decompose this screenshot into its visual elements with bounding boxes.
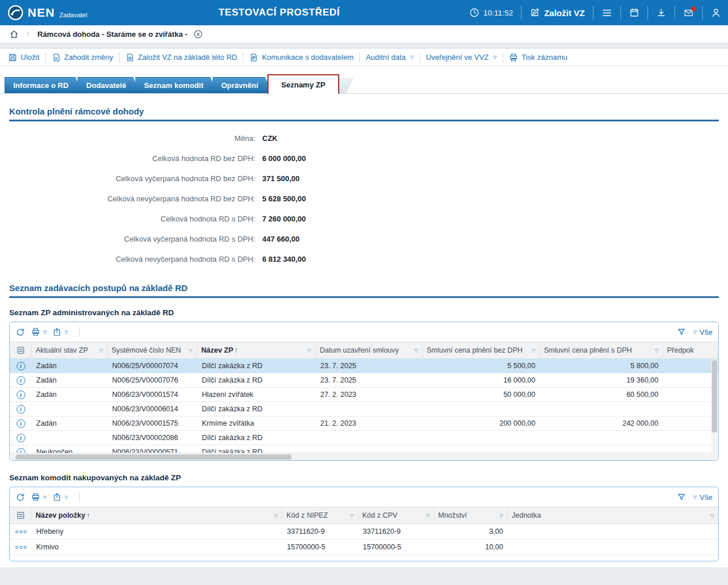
tab-opravneni[interactable]: Oprávnění	[213, 77, 273, 93]
column-filter-icon[interactable]: ▽	[274, 513, 278, 518]
column-filter-icon[interactable]: ▽	[189, 348, 193, 353]
column-chooser-button[interactable]	[10, 507, 32, 523]
cell-nazev: Dílčí zakázka z RD	[197, 448, 316, 453]
refresh-button[interactable]	[16, 327, 25, 337]
print-table-button[interactable]: ▽	[31, 492, 47, 502]
row-actions-icon[interactable]	[16, 546, 26, 549]
chevron-right-icon	[25, 30, 32, 37]
column-header-predpokladana[interactable]: Předpok	[663, 342, 719, 358]
export-button[interactable]: ▽	[52, 492, 68, 502]
profile-button[interactable]	[711, 7, 721, 18]
save-button[interactable]: Uložit	[8, 53, 40, 62]
kom-table-toolbar: ▽ ▽ ▽ Vše	[10, 487, 718, 507]
discard-changes-button[interactable]: Zahodit změny	[52, 53, 113, 62]
column-filter-icon[interactable]: ▽	[350, 513, 354, 518]
column-header-jednotka[interactable]: Jednotka ▽	[508, 507, 718, 523]
clock: 10:11:52	[469, 7, 514, 18]
create-vz-from-rd-button[interactable]: Založit VZ na základě této RD	[125, 53, 237, 62]
print-table-button[interactable]: ▽	[31, 327, 47, 337]
column-filter-icon[interactable]: ▽	[655, 348, 658, 353]
column-chooser-button[interactable]	[10, 342, 32, 358]
column-label: Množství	[438, 511, 467, 519]
info-icon[interactable]	[17, 391, 25, 399]
sort-ascending-icon: ↑	[235, 346, 238, 354]
column-filter-icon[interactable]: ▽	[711, 513, 714, 518]
column-header-mnozstvi[interactable]: Množství ▽	[434, 507, 508, 523]
column-header-cena-s-dph[interactable]: Smluvní cena plnění s DPH ▽	[540, 342, 663, 358]
horizontal-scrollbar[interactable]	[10, 453, 718, 460]
info-icon[interactable]	[17, 405, 25, 414]
column-header-nazev-zp[interactable]: Název ZP ↑ ▽	[197, 342, 316, 358]
supplier-communication-button[interactable]: Komunikace s dodavatelem	[249, 53, 354, 62]
filter-all-dropdown[interactable]: ▽ Vše	[692, 328, 712, 337]
print-record-button[interactable]: Tisk záznamu	[509, 53, 568, 62]
menu-button[interactable]	[601, 7, 612, 18]
info-icon[interactable]	[17, 419, 25, 428]
cell-stav: Zadán	[32, 419, 108, 427]
column-filter-icon[interactable]: ▽	[415, 348, 418, 353]
field-label: Celková nevyčerpaná hodnota RD bez DPH:	[9, 194, 255, 203]
table-row[interactable]: N006/23/V00002086 Dílčí zakázka z RD	[10, 431, 718, 445]
info-icon[interactable]	[17, 362, 25, 370]
toolbar-separator	[420, 52, 420, 63]
home-icon[interactable]	[9, 29, 19, 39]
column-header-stav[interactable]: Aktuální stav ZP ▽	[32, 342, 108, 358]
filter-funnel-icon[interactable]	[677, 327, 686, 337]
column-header-datum[interactable]: Datum uzavření smlouvy ▽	[316, 342, 423, 358]
section-rule	[9, 296, 719, 298]
column-header-cpv[interactable]: Kód z CPV ▽	[358, 507, 434, 523]
table-row[interactable]: Zadán N006/25/V00007076 Dílčí zakázka z …	[10, 373, 718, 388]
calendar-button[interactable]	[629, 7, 639, 18]
table-row[interactable]: Zadán N006/23/V00001575 Krmíme zvířátka …	[10, 416, 718, 431]
audit-data-button[interactable]: Auditní data ▽	[366, 53, 414, 62]
field-value: 5 628 500,00	[262, 194, 306, 203]
field-label: Celková nevyčerpaná hodnota RD s DPH:	[9, 255, 255, 263]
publish-vvz-button[interactable]: Uveřejnění ve VVZ ▽	[426, 53, 497, 62]
tab-dodavatele[interactable]: Dodavatelé	[78, 77, 140, 93]
cell-nipez: 15700000-5	[282, 543, 358, 551]
column-header-cena-bez-dph[interactable]: Smluvní cena plnění bez DPH ▽	[423, 342, 540, 358]
table-row[interactable]: Hřebeny 33711620-9 33711620-9 3,00	[10, 524, 718, 540]
tab-seznam-komodit[interactable]: Seznam komodit	[135, 77, 217, 93]
row-actions-icon[interactable]	[16, 530, 26, 533]
info-icon[interactable]	[17, 448, 25, 453]
column-header-nazev-polozky[interactable]: Název položky ↑ ▽	[32, 507, 282, 523]
cell-datum: 23. 7. 2025	[316, 362, 423, 370]
zp-table-panel: ▽ ▽ ▽ Vše	[9, 322, 719, 461]
column-filter-icon[interactable]: ▽	[500, 513, 503, 518]
filter-all-dropdown[interactable]: ▽ Vše	[692, 493, 712, 502]
downloads-button[interactable]	[656, 7, 666, 18]
create-vz-button[interactable]: Založit VZ	[530, 7, 585, 18]
vertical-scrollbar[interactable]	[711, 360, 718, 452]
nen-logo[interactable]: NEN Zadavatel	[7, 4, 87, 21]
kom-table-title: Seznam komodit nakupovaných na základě Z…	[9, 473, 719, 482]
column-header-nipez[interactable]: Kód z NIPEZ ▽	[282, 507, 358, 523]
horizontal-scrollbar-thumb[interactable]	[16, 454, 292, 460]
export-icon	[52, 327, 62, 337]
info-icon[interactable]	[17, 376, 25, 385]
column-filter-icon[interactable]: ▽	[426, 513, 430, 518]
column-filter-icon[interactable]: ▽	[532, 348, 535, 353]
info-icon[interactable]	[17, 434, 25, 442]
export-button[interactable]: ▽	[52, 327, 68, 337]
column-filter-icon[interactable]: ▽	[308, 348, 311, 353]
refresh-button[interactable]	[16, 492, 25, 502]
table-row[interactable]: Neukončen N006/23/V00000571 Dílčí zakázk…	[10, 445, 718, 453]
tab-informace-o-rd[interactable]: Informace o RD	[5, 77, 83, 93]
column-header-cislo-nen[interactable]: Systémové číslo NEN ▽	[108, 342, 197, 358]
nen-logo-icon	[7, 4, 24, 21]
dropdown-icon: ▽	[493, 55, 497, 60]
vertical-scrollbar-thumb[interactable]	[712, 360, 717, 433]
cell-nazev: Krmíme zvířátka	[197, 419, 316, 427]
header-separator	[521, 6, 522, 20]
tab-seznamy-zp[interactable]: Seznamy ZP	[267, 74, 339, 94]
close-record-icon[interactable]	[193, 29, 203, 39]
table-row[interactable]: N006/23/V00006014 Dílčí zakázka z RD	[10, 402, 718, 416]
messages-button[interactable]	[683, 8, 694, 18]
table-row[interactable]: Zadán N006/23/V00001574 Hlazení zvířátek…	[10, 388, 718, 402]
column-filter-icon[interactable]: ▽	[99, 348, 103, 353]
column-label: Datum uzavření smlouvy	[320, 346, 399, 354]
filter-funnel-icon[interactable]	[677, 492, 686, 502]
table-row[interactable]: Krmivo 15700000-5 15700000-5 10,00	[10, 540, 718, 555]
table-row[interactable]: Zadán N006/25/V00007074 Dílčí zakázka z …	[10, 359, 718, 373]
